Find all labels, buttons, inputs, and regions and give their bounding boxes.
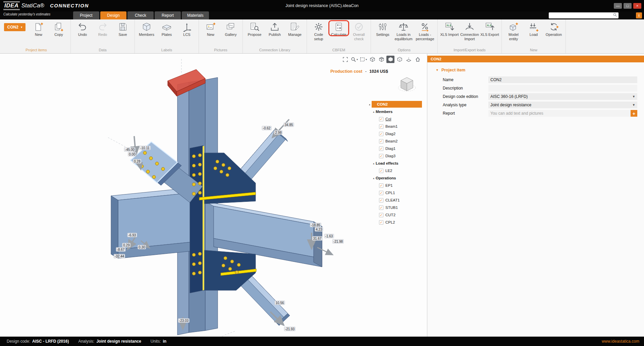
ribbon-button-loads-in-equilibrium[interactable]: Loads in equilibrium [393, 21, 414, 42]
view-solid-button[interactable] [386, 56, 394, 63]
active-project-item-dropdown[interactable]: CON2▾ [4, 23, 25, 31]
tab-project[interactable]: Project [73, 11, 99, 19]
tree-item-cpl1[interactable]: ✓CPL1 [368, 189, 422, 196]
zoom-window-button[interactable]: ▾ [350, 56, 358, 63]
ribbon-button-propose[interactable]: Propose [245, 21, 264, 38]
checkbox-checked-icon[interactable]: ✓ [379, 191, 383, 195]
view-top-face-button[interactable] [377, 56, 385, 63]
viewport[interactable]: ▾▾ Production cost - 1024 US$ ▴CON2▴Memb… [0, 54, 427, 337]
expander-icon[interactable]: ▴ [372, 177, 376, 180]
expander-icon[interactable]: ▴ [372, 110, 376, 113]
ribbon-button-settings[interactable]: Settings [373, 21, 392, 38]
tree-item-beam2[interactable]: ✓Beam2 [368, 137, 422, 145]
fit-view-button[interactable] [341, 56, 349, 63]
ribbon-button-undo[interactable]: Undo [73, 21, 92, 38]
minimize-button[interactable]: — [614, 3, 622, 9]
ribbon-button-new[interactable]: New [201, 21, 220, 38]
tree-item-col[interactable]: ✓Col [368, 115, 422, 123]
checkbox-checked-icon[interactable]: ✓ [379, 139, 383, 143]
checkbox-checked-icon[interactable]: ✓ [379, 117, 383, 121]
tree-section-label: Load effects [376, 161, 398, 165]
ribbon-button-save[interactable]: Save [113, 21, 132, 38]
checkbox-checked-icon[interactable]: ✓ [379, 169, 383, 173]
ribbon-button-xls-export[interactable]: XLSXLS Export [480, 21, 499, 38]
home-view-button[interactable] [414, 56, 422, 63]
view-transparent-button[interactable] [395, 56, 404, 63]
ribbon-group-label: Labels [137, 47, 197, 53]
production-cost-separator: - [365, 69, 367, 74]
tree-item-stub1[interactable]: ✓STUB1 [368, 204, 422, 211]
checkbox-checked-icon[interactable]: ✓ [379, 147, 383, 151]
checkbox-checked-icon[interactable]: ✓ [379, 213, 383, 217]
checkbox-checked-icon[interactable]: ✓ [379, 198, 383, 203]
checkbox-checked-icon[interactable]: ✓ [379, 183, 383, 188]
tree-item-label: Diag3 [385, 154, 395, 158]
ribbon-button-manage[interactable]: Manage [285, 21, 305, 38]
checkbox-checked-icon[interactable]: ✓ [379, 206, 383, 210]
navigation-cube[interactable] [396, 73, 417, 95]
property-value-report[interactable]: You can add text and pictures+ [488, 110, 637, 117]
maximize-button[interactable]: □ [624, 3, 632, 9]
tree-section-members[interactable]: ▴Members [368, 108, 422, 115]
tree-item-beam1[interactable]: ✓Beam1 [368, 123, 422, 130]
view-wireframe-button[interactable] [368, 56, 376, 63]
tree-item-diag1[interactable]: ✓Diag1 [368, 145, 422, 152]
property-label-analysis-type: Analysis type [443, 103, 486, 107]
ribbon-button-code-setup[interactable]: Code setup [309, 21, 328, 42]
ribbon-button-model-entity[interactable]: Model entity [504, 21, 523, 42]
tree-item-ep1[interactable]: ✓EP1 [368, 182, 422, 189]
ribbon-button-operation[interactable]: Operation [544, 21, 564, 38]
working-plane-button[interactable] [405, 56, 413, 63]
property-value-analysis-type[interactable]: Joint design resistance▼ [488, 102, 637, 108]
ribbon-button-publish[interactable]: Publish [265, 21, 284, 38]
ribbon-button-connection-import[interactable]: Connection Import [460, 21, 479, 42]
tree-item-diag2[interactable]: ✓Diag2 [368, 130, 422, 137]
close-button[interactable]: × [633, 3, 641, 9]
tab-report[interactable]: Report [155, 11, 181, 19]
model-3d-scene[interactable] [0, 54, 427, 337]
tree-item-cpl2[interactable]: ✓CPL2 [368, 219, 422, 226]
checkbox-checked-icon[interactable]: ✓ [379, 124, 383, 129]
checkbox-checked-icon[interactable]: ✓ [379, 220, 383, 225]
tree-item-cleat1[interactable]: ✓CLEAT1 [368, 196, 422, 204]
ribbon-button-load[interactable]: Load [524, 21, 543, 38]
tree-item-diag3[interactable]: ✓Diag3 [368, 152, 422, 160]
info-button[interactable]: i [636, 12, 642, 18]
tree-section-operations[interactable]: ▴Operations [368, 174, 422, 182]
ribbon-button-redo: Redo [93, 21, 112, 38]
tab-design[interactable]: Design [100, 11, 126, 19]
tree-section-load-effects[interactable]: ▴Load effects [368, 160, 422, 167]
ribbon-button-gallery[interactable]: Gallery [221, 21, 240, 38]
expander-icon[interactable]: ▴ [368, 103, 372, 106]
tree-root-con2[interactable]: ▴CON2 [368, 101, 422, 108]
section-select-button[interactable]: ▾ [359, 56, 367, 63]
ribbon-group-label: Pictures [201, 47, 240, 53]
project-item-section-header[interactable]: ▼ Project item [436, 68, 644, 72]
tab-check[interactable]: Check [127, 11, 154, 19]
tree-item-label: Beam2 [385, 139, 397, 143]
ribbon-button-copy[interactable]: Copy [49, 21, 68, 38]
search-input[interactable] [549, 13, 613, 18]
ribbon-button-lcs[interactable]: LCS [177, 21, 197, 38]
svg-text:XLS: XLS [446, 24, 451, 27]
website-link[interactable]: www.ideastatica.com [602, 339, 644, 344]
ribbon-button-members[interactable]: Members [137, 21, 156, 38]
ribbon-button-loads-percentage[interactable]: Loads - percentage [415, 21, 435, 42]
xls-import-icon: XLS [444, 22, 454, 32]
property-value-description[interactable] [488, 85, 637, 92]
report-add-button[interactable]: + [631, 110, 637, 117]
search-box[interactable] [549, 12, 619, 18]
checkbox-checked-icon[interactable]: ✓ [379, 154, 383, 158]
window-title: Joint design resistance (AISC).ideaCon [0, 3, 644, 8]
ribbon-button-new[interactable]: New [29, 21, 48, 38]
property-value-name[interactable]: CON2 [488, 76, 637, 83]
tree-item-le2[interactable]: ✓LE2 [368, 167, 422, 174]
expander-icon[interactable]: ▴ [372, 162, 376, 165]
checkbox-checked-icon[interactable]: ✓ [379, 132, 383, 136]
tree-item-cut2[interactable]: ✓CUT2 [368, 211, 422, 219]
ribbon-button-xls-import[interactable]: XLSXLS Import [440, 21, 459, 38]
property-value-design-code-edition[interactable]: AISC 360-16 (LRFD)▼ [488, 93, 637, 100]
ribbon-button-calculate[interactable]: Calculate [329, 21, 348, 38]
tab-materials[interactable]: Materials [182, 11, 209, 19]
ribbon-button-plates[interactable]: Plates [157, 21, 176, 38]
